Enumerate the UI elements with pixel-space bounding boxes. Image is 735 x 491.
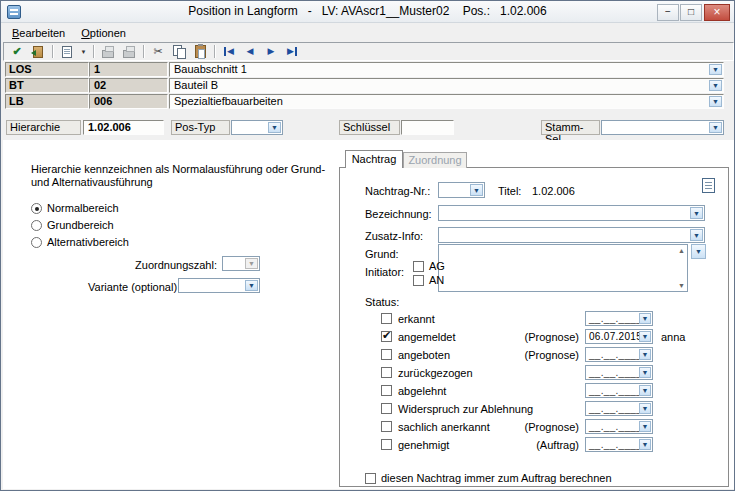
maximize-button[interactable]: □ bbox=[680, 4, 702, 21]
close-icon: × bbox=[713, 5, 720, 19]
cut-button[interactable]: ✂ bbox=[148, 44, 168, 60]
date-dropdown-icon[interactable]: ▼ bbox=[639, 439, 651, 450]
tab-nachtrag[interactable]: Nachtrag bbox=[345, 150, 403, 168]
dropdown-icon[interactable]: ▼ bbox=[709, 122, 722, 133]
zusatz-info-combo[interactable]: ▼ bbox=[438, 227, 705, 243]
tab-zuordnung[interactable]: Zuordnung bbox=[403, 152, 467, 168]
bt-desc-text: Bauteil B bbox=[174, 79, 708, 92]
initiator-label: Initiator: bbox=[365, 266, 404, 278]
nachtrag-nr-combo[interactable]: ▼ bbox=[438, 182, 485, 198]
dropdown-icon[interactable]: ▼ bbox=[470, 184, 483, 196]
minimize-button[interactable]: − bbox=[657, 4, 679, 21]
zurueckgezogen-date-field[interactable]: __.__.____ ▼ bbox=[585, 365, 653, 380]
new-dropdown-button[interactable]: ▼ bbox=[78, 44, 89, 60]
dropdown-icon[interactable]: ▼ bbox=[690, 229, 703, 241]
date-value: __.__.____ bbox=[589, 439, 642, 450]
date-dropdown-icon[interactable]: ▼ bbox=[639, 385, 651, 396]
abgelehnt-date-field[interactable]: __.__.____ ▼ bbox=[585, 383, 653, 398]
ag-checkbox[interactable] bbox=[413, 261, 424, 272]
close-button[interactable]: × bbox=[704, 4, 730, 21]
nachtrag-auftrag-checkbox[interactable] bbox=[365, 473, 376, 484]
lb-desc-combo[interactable]: Spezialtiefbauarbeiten ▼ bbox=[169, 94, 724, 109]
genehmigt-date-field[interactable]: __.__.____ ▼ bbox=[585, 437, 653, 452]
alternativbereich-radio[interactable] bbox=[31, 237, 42, 248]
angeboten-checkbox[interactable] bbox=[381, 349, 392, 360]
maximize-icon: □ bbox=[688, 6, 694, 17]
date-dropdown-icon[interactable]: ▼ bbox=[639, 403, 651, 414]
genehmigt-checkbox[interactable] bbox=[381, 439, 392, 450]
widerspruch-checkbox[interactable] bbox=[381, 403, 392, 414]
schluessel-field[interactable] bbox=[401, 120, 454, 135]
paste-button[interactable] bbox=[190, 44, 210, 60]
date-dropdown-icon[interactable]: ▼ bbox=[639, 367, 651, 378]
an-label: AN bbox=[429, 274, 444, 286]
status-item-label: Widerspruch zur Ablehnung bbox=[398, 403, 533, 415]
bezeichnung-label: Bezeichnung: bbox=[365, 208, 432, 220]
document-button[interactable] bbox=[702, 178, 719, 197]
copy-button[interactable] bbox=[169, 44, 189, 60]
date-dropdown-icon[interactable]: ▼ bbox=[639, 349, 651, 360]
nav-next-button[interactable]: ▶ bbox=[261, 44, 281, 60]
dropdown-icon[interactable]: ▼ bbox=[709, 96, 722, 107]
pos-typ-combo[interactable]: ▼ bbox=[231, 120, 283, 135]
radio-row-alternativbereich: Alternativbereich bbox=[31, 236, 129, 248]
erkannt-date-field[interactable]: __.__.____ ▼ bbox=[585, 311, 653, 326]
date-value: __.__.____ bbox=[589, 385, 642, 396]
date-dropdown-icon[interactable]: ▼ bbox=[639, 421, 651, 432]
dropdown-icon[interactable]: ▼ bbox=[268, 122, 281, 133]
menu-optionen[interactable]: Optionen bbox=[74, 26, 133, 40]
dropdown-icon[interactable]: ▼ bbox=[709, 64, 722, 75]
abgelehnt-checkbox[interactable] bbox=[381, 385, 392, 396]
stamm-sel-combo[interactable]: ▼ bbox=[601, 120, 724, 135]
dropdown-icon[interactable]: ▼ bbox=[709, 80, 722, 91]
date-value: 06.07.2015 bbox=[589, 331, 642, 342]
lb-desc-text: Spezialtiefbauarbeiten bbox=[174, 95, 708, 108]
normalbereich-radio[interactable] bbox=[31, 203, 42, 214]
nav-first-button[interactable]: ◀ bbox=[219, 44, 239, 60]
widerspruch-date-field[interactable]: __.__.____ ▼ bbox=[585, 401, 653, 416]
zuordnungszahl-combo[interactable]: ▼ bbox=[222, 256, 260, 271]
status-item-label: genehmigt bbox=[398, 439, 449, 451]
zusatz-info-label: Zusatz-Info: bbox=[365, 230, 423, 242]
angemeldet-date-field[interactable]: 06.07.2015 ▼ bbox=[585, 329, 653, 344]
scroll-up-icon[interactable]: ▲ bbox=[678, 247, 685, 254]
nav-prev-button[interactable]: ◀ bbox=[240, 44, 260, 60]
angeboten-date-field[interactable]: __.__.____ ▼ bbox=[585, 347, 653, 362]
dropdown-icon[interactable]: ▼ bbox=[245, 258, 258, 269]
date-dropdown-icon[interactable]: ▼ bbox=[639, 313, 651, 324]
toolbar-separator bbox=[143, 45, 144, 58]
status-item-label: angemeldet bbox=[398, 331, 456, 343]
sachlich-anerkannt-date-field[interactable]: __.__.____ ▼ bbox=[585, 419, 653, 434]
nav-last-button[interactable]: ▶ bbox=[282, 44, 302, 60]
paste-icon bbox=[195, 45, 206, 58]
bt-desc-combo[interactable]: Bauteil B ▼ bbox=[169, 78, 724, 93]
initiator-ag-row: AG bbox=[413, 260, 445, 272]
zurueckgezogen-checkbox[interactable] bbox=[381, 367, 392, 378]
cut-icon: ✂ bbox=[153, 45, 162, 58]
minimize-icon: − bbox=[665, 6, 671, 17]
dropdown-icon[interactable]: ▼ bbox=[690, 207, 703, 219]
print-button[interactable] bbox=[98, 44, 118, 60]
apply-button[interactable]: ✔ bbox=[7, 44, 27, 60]
angemeldet-checkbox[interactable] bbox=[381, 331, 392, 342]
grund-textarea[interactable]: ▲ ▼ bbox=[438, 244, 688, 292]
print-preview-button[interactable] bbox=[119, 44, 139, 60]
los-desc-combo[interactable]: Bauabschnitt 1 ▼ bbox=[169, 62, 724, 77]
new-button[interactable] bbox=[57, 44, 77, 60]
date-dropdown-icon[interactable]: ▼ bbox=[639, 331, 651, 342]
grund-dropdown-button[interactable]: ▼ bbox=[691, 244, 706, 259]
erkannt-checkbox[interactable] bbox=[381, 313, 392, 324]
nav-prev-icon: ◀ bbox=[247, 47, 254, 56]
an-checkbox[interactable] bbox=[413, 275, 424, 286]
exit-button[interactable] bbox=[28, 44, 48, 60]
grundbereich-radio[interactable] bbox=[31, 220, 42, 231]
scroll-down-icon[interactable]: ▼ bbox=[678, 282, 685, 289]
dropdown-icon[interactable]: ▼ bbox=[245, 280, 258, 291]
menu-bearbeiten[interactable]: Bearbeiten bbox=[5, 26, 72, 40]
radio-row-grundbereich: Grundbereich bbox=[31, 219, 114, 231]
bezeichnung-combo[interactable]: ▼ bbox=[438, 205, 705, 221]
sachlich-anerkannt-checkbox[interactable] bbox=[381, 421, 392, 432]
status-item-label: erkannt bbox=[398, 313, 435, 325]
variante-combo[interactable]: ▼ bbox=[178, 278, 260, 293]
los-value: 1 bbox=[89, 62, 168, 77]
